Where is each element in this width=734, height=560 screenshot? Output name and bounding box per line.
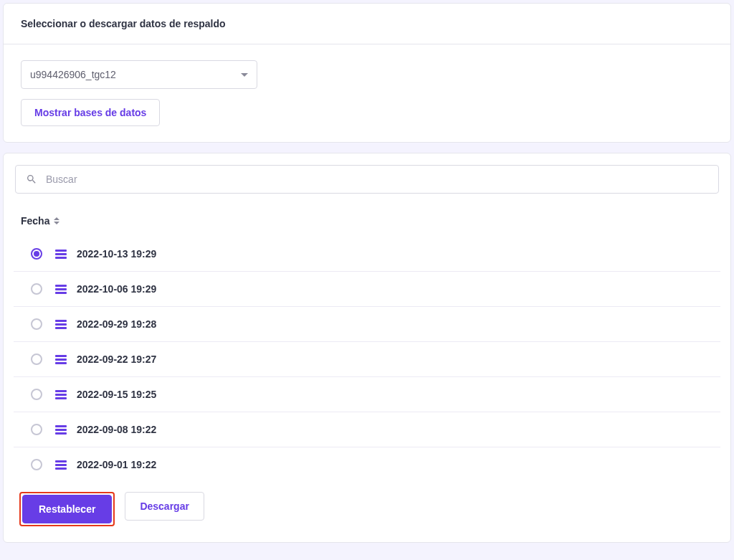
backup-date: 2022-09-08 19:22 [77, 424, 156, 435]
database-icon [55, 460, 67, 470]
backup-row[interactable]: 2022-09-01 19:22 [14, 447, 720, 482]
radio-button[interactable] [31, 389, 42, 400]
database-icon [55, 355, 67, 364]
backup-row[interactable]: 2022-09-22 19:27 [14, 342, 720, 377]
backup-select-panel: Seleccionar o descargar datos de respald… [3, 3, 731, 143]
date-column-header[interactable]: Fecha [4, 194, 730, 237]
date-header-label: Fecha [21, 215, 49, 227]
backup-row[interactable]: 2022-10-06 19:29 [14, 272, 720, 307]
backup-row[interactable]: 2022-10-13 19:29 [14, 237, 720, 272]
backup-date: 2022-10-06 19:29 [77, 283, 156, 295]
restore-highlight: Restablecer [19, 492, 115, 526]
database-select[interactable]: u994426906_tgc12 [21, 60, 257, 89]
radio-button[interactable] [31, 459, 42, 470]
radio-button[interactable] [31, 283, 42, 295]
search-field[interactable] [15, 165, 719, 194]
sort-icon [54, 217, 59, 224]
radio-button[interactable] [31, 248, 42, 260]
search-wrap [4, 153, 730, 194]
backup-date: 2022-09-01 19:22 [77, 459, 156, 470]
backup-date: 2022-10-13 19:29 [77, 248, 156, 260]
radio-button[interactable] [31, 353, 42, 365]
database-icon [55, 285, 67, 294]
download-button[interactable]: Descargar [125, 492, 204, 521]
database-select-value: u994426906_tgc12 [30, 69, 116, 80]
backups-panel: Fecha 2022-10-13 19:292022-10-06 19:2920… [3, 153, 731, 543]
database-icon [55, 390, 67, 399]
backup-date: 2022-09-15 19:25 [77, 389, 156, 400]
restore-button[interactable]: Restablecer [22, 495, 112, 523]
panel-body: u994426906_tgc12 Mostrar bases de datos [4, 44, 730, 142]
backup-row[interactable]: 2022-09-15 19:25 [14, 377, 720, 412]
show-databases-button[interactable]: Mostrar bases de datos [21, 99, 160, 126]
database-icon [55, 250, 67, 259]
search-icon [26, 174, 37, 185]
backup-row[interactable]: 2022-09-08 19:22 [14, 412, 720, 447]
radio-button[interactable] [31, 424, 42, 435]
database-icon [55, 425, 67, 435]
database-icon [55, 320, 67, 329]
backup-date: 2022-09-29 19:28 [77, 318, 156, 330]
panel-title: Seleccionar o descargar datos de respald… [4, 4, 730, 44]
backup-row[interactable]: 2022-09-29 19:28 [14, 307, 720, 342]
search-input[interactable] [46, 174, 708, 185]
actions-bar: Restablecer Descargar [4, 482, 730, 542]
backup-date: 2022-09-22 19:27 [77, 353, 156, 365]
radio-button[interactable] [31, 318, 42, 330]
backup-rows: 2022-10-13 19:292022-10-06 19:292022-09-… [4, 237, 730, 482]
chevron-down-icon [241, 73, 248, 77]
